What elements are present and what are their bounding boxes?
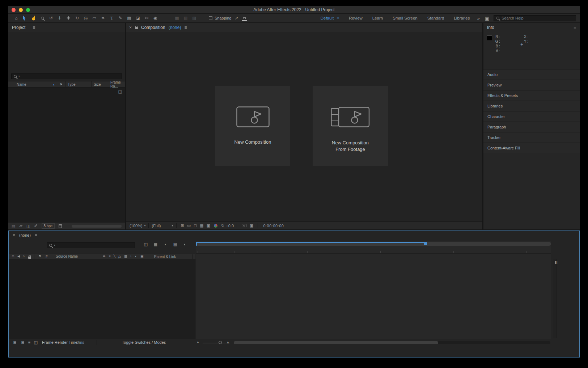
project-horizontal-scrollbar[interactable]	[72, 225, 122, 228]
expand-transfer-controls-icon[interactable]: ⊟	[20, 340, 25, 345]
frame-blending-icon[interactable]: ▤	[173, 242, 178, 247]
project-flowchart-icon[interactable]: ◫	[118, 89, 122, 94]
time-ruler[interactable]	[196, 249, 551, 254]
orbit-camera-tool-icon[interactable]: ↺	[47, 14, 55, 22]
snap-arrows-icon[interactable]: ↗	[234, 14, 240, 22]
panel-tab-preview[interactable]: Preview	[483, 80, 580, 90]
workspace-overflow-icon[interactable]: »	[477, 16, 479, 21]
new-composition-button[interactable]: New Composition	[215, 86, 290, 166]
rotation-tool-icon[interactable]: ↻	[73, 14, 81, 22]
interpret-footage-icon[interactable]: ▤	[12, 224, 15, 228]
source-name-column-label[interactable]: Source Name	[56, 254, 78, 258]
panel-tab-character[interactable]: Character	[483, 111, 580, 122]
magnification-select[interactable]: (100%)	[130, 224, 142, 228]
clone-stamp-tool-icon[interactable]: ▤	[125, 14, 134, 22]
new-composition-from-footage-button[interactable]: New Composition From Footage	[313, 86, 388, 166]
mask-visibility-icon[interactable]: ▭	[187, 223, 191, 228]
workspace-menu-icon[interactable]: ≡	[337, 16, 339, 21]
3d-layer-switch-icon[interactable]: ▣	[140, 254, 144, 258]
panel-tab-tracker[interactable]: Tracker	[483, 132, 580, 143]
toggle-switches-modes-button[interactable]: Toggle Switches / Modes	[97, 340, 191, 345]
panel-tab-content-aware-fill[interactable]: Content-Aware Fill	[483, 143, 580, 153]
resolution-select[interactable]: (Full)	[152, 224, 170, 228]
render-time-toggle-icon[interactable]: ◫	[33, 340, 38, 345]
reset-exposure-icon[interactable]: ↻	[221, 223, 224, 228]
audio-icon[interactable]: ◀	[17, 254, 20, 258]
column-type[interactable]: Type	[65, 81, 92, 87]
column-frame-rate[interactable]: Frame Ra...	[108, 81, 125, 87]
workspace-tab-default[interactable]: Default ≡	[321, 16, 339, 21]
work-area-active-range[interactable]	[196, 242, 426, 243]
dolly-camera-tool-icon[interactable]: ✚	[64, 14, 73, 22]
timeline-tab-label[interactable]: (none)	[19, 233, 31, 237]
timeline-vertical-scrollbar[interactable]	[553, 259, 557, 338]
eraser-tool-icon[interactable]: ◪	[134, 14, 142, 22]
effects-switch-icon[interactable]: fx	[118, 254, 121, 258]
trash-icon[interactable]	[59, 224, 62, 228]
timeline-horizontal-scrollbar[interactable]	[234, 341, 550, 344]
project-item-list[interactable]: ◫	[8, 88, 125, 222]
collapse-switch-icon[interactable]: ☀	[108, 254, 111, 258]
work-area-bar[interactable]	[196, 242, 551, 246]
project-panel-menu-icon[interactable]: ≡	[33, 25, 35, 30]
layer-number-column-label[interactable]: #	[46, 254, 48, 258]
expand-in-out-icon[interactable]: ≡	[27, 340, 32, 344]
workspace-tab-small-screen[interactable]: Small Screen	[393, 16, 417, 20]
workspace-tab-libraries[interactable]: Libraries	[454, 16, 470, 20]
snapping-checkbox[interactable]	[209, 16, 212, 20]
show-channel-icon[interactable]	[214, 224, 217, 228]
lock-column-icon[interactable]	[28, 257, 31, 259]
panel-tab-paragraph[interactable]: Paragraph	[483, 122, 580, 132]
layer-list-area[interactable]	[9, 259, 195, 339]
exposure-value[interactable]: +0.0	[226, 224, 234, 228]
help-search-input[interactable]	[502, 16, 573, 20]
sort-ascending-icon[interactable]: ▲	[52, 83, 55, 86]
take-snapshot-icon[interactable]	[242, 224, 246, 227]
pan-camera-tool-icon[interactable]: ✛	[55, 14, 64, 22]
new-folder-icon[interactable]: ▱	[19, 224, 22, 228]
label-color-icon[interactable]: ⚑	[38, 254, 41, 258]
close-tab-icon[interactable]: ×	[13, 233, 15, 238]
type-tool-icon[interactable]: T	[107, 14, 116, 22]
motion-blur-icon[interactable]: ◐	[182, 242, 187, 247]
new-composition-icon[interactable]: ◫	[26, 224, 30, 228]
panel-tab-audio[interactable]: Audio	[483, 69, 580, 80]
timeline-zoom-handle[interactable]	[219, 341, 222, 344]
workspace-tab-review[interactable]: Review	[349, 16, 363, 20]
puppet-pin-tool-icon[interactable]: ◉	[151, 14, 160, 22]
column-size[interactable]: Size	[92, 81, 108, 87]
zoom-out-icon[interactable]: ▴	[197, 340, 199, 343]
mini-flowchart-icon[interactable]: ◫	[143, 242, 148, 247]
timeline-panel-menu-icon[interactable]: ≡	[35, 233, 37, 238]
parent-link-column-label[interactable]: Parent & Link	[151, 254, 193, 259]
lock-icon[interactable]	[135, 27, 138, 29]
close-tab-icon[interactable]: ×	[129, 25, 132, 30]
snap-features-icon[interactable]	[242, 16, 247, 21]
home-tool-icon[interactable]: ⌂	[12, 14, 21, 22]
comp-marker-bin-icon[interactable]: ◧	[555, 260, 558, 265]
scrollbar-thumb[interactable]	[234, 341, 438, 344]
project-settings-icon[interactable]: ✐	[34, 224, 37, 228]
transparency-grid-icon[interactable]: ▦	[200, 223, 203, 228]
workspace-tab-learn[interactable]: Learn	[372, 16, 383, 20]
zoom-tool-icon[interactable]	[38, 14, 47, 22]
selection-tool-icon[interactable]	[21, 14, 29, 22]
roto-brush-tool-icon[interactable]: ✄	[142, 14, 151, 22]
info-panel-menu-icon[interactable]: ≡	[574, 25, 576, 30]
grid-and-guides-icon[interactable]: ⊞	[181, 223, 184, 228]
shy-switch-icon[interactable]: ⊕	[103, 254, 106, 258]
adjustment-layer-switch-icon[interactable]: ◐	[135, 254, 137, 258]
pixel-aspect-correction-icon[interactable]: ▣	[207, 223, 210, 228]
panel-tab-effects-presets[interactable]: Effects & Presets	[483, 90, 580, 101]
pen-tool-icon[interactable]: ✒	[99, 14, 107, 22]
composition-tab-label[interactable]: Composition	[141, 25, 165, 30]
brush-tool-icon[interactable]: ✎	[116, 14, 125, 22]
zoom-in-icon[interactable]: ▲	[226, 340, 230, 344]
workspace-tab-standard[interactable]: Standard	[427, 16, 444, 20]
expand-layer-switches-icon[interactable]: ⊞	[12, 340, 17, 345]
quality-switch-icon[interactable]: ╲	[114, 254, 115, 258]
timeline-search-field[interactable]: ▾	[47, 242, 135, 248]
show-snapshot-icon[interactable]: ▣	[250, 223, 253, 228]
project-search-field[interactable]: ▾	[11, 73, 122, 79]
work-area-end-handle[interactable]	[424, 242, 427, 245]
